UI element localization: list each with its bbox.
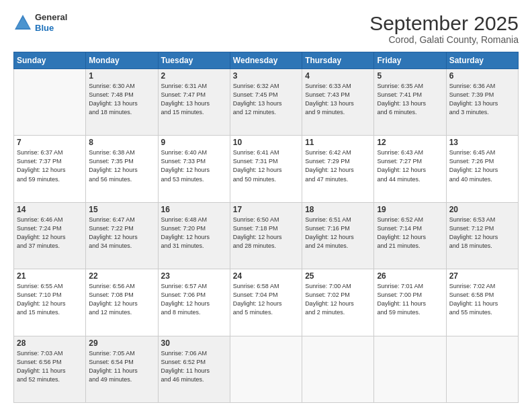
day-number: 6 xyxy=(449,71,515,81)
day-info: Sunrise: 6:52 AMSunset: 7:14 PMDaylight:… xyxy=(377,216,443,250)
logo-blue: Blue xyxy=(35,23,67,34)
day-info: Sunrise: 7:00 AMSunset: 7:02 PMDaylight:… xyxy=(305,282,371,317)
day-info: Sunrise: 6:40 AMSunset: 7:33 PMDaylight:… xyxy=(161,148,227,183)
table-row: 6Sunrise: 6:36 AMSunset: 7:39 PMDaylight… xyxy=(446,69,518,136)
col-monday: Monday xyxy=(86,52,158,69)
table-row: 25Sunrise: 7:00 AMSunset: 7:02 PMDayligh… xyxy=(302,269,374,336)
table-row xyxy=(14,69,86,136)
col-saturday: Saturday xyxy=(446,52,518,69)
day-info: Sunrise: 6:42 AMSunset: 7:29 PMDaylight:… xyxy=(305,148,371,183)
table-row: 28Sunrise: 7:03 AMSunset: 6:56 PMDayligh… xyxy=(14,336,86,402)
day-info: Sunrise: 7:03 AMSunset: 6:56 PMDaylight:… xyxy=(17,349,83,384)
day-number: 18 xyxy=(305,205,371,214)
day-info: Sunrise: 6:36 AMSunset: 7:39 PMDaylight:… xyxy=(449,82,515,117)
location-subtitle: Corod, Galati County, Romania xyxy=(369,34,519,45)
table-row: 24Sunrise: 6:58 AMSunset: 7:04 PMDayligh… xyxy=(230,269,302,336)
day-number: 29 xyxy=(89,338,154,348)
logo-text: General Blue xyxy=(35,12,67,33)
day-info: Sunrise: 6:45 AMSunset: 7:26 PMDaylight:… xyxy=(449,148,515,183)
day-number: 1 xyxy=(89,71,154,81)
calendar-week-row: 7Sunrise: 6:37 AMSunset: 7:37 PMDaylight… xyxy=(14,136,519,202)
table-row: 27Sunrise: 7:02 AMSunset: 6:58 PMDayligh… xyxy=(446,269,518,336)
day-number: 9 xyxy=(161,138,227,147)
calendar-table: Sunday Monday Tuesday Wednesday Thursday… xyxy=(13,52,519,403)
day-number: 13 xyxy=(449,138,515,147)
table-row: 15Sunrise: 6:47 AMSunset: 7:22 PMDayligh… xyxy=(86,202,158,269)
table-row xyxy=(374,336,446,402)
day-number: 24 xyxy=(233,271,299,281)
table-row: 21Sunrise: 6:55 AMSunset: 7:10 PMDayligh… xyxy=(14,269,86,336)
calendar-header-row: Sunday Monday Tuesday Wednesday Thursday… xyxy=(14,52,519,69)
table-row: 26Sunrise: 7:01 AMSunset: 7:00 PMDayligh… xyxy=(374,269,446,336)
day-number: 15 xyxy=(89,205,154,214)
table-row: 5Sunrise: 6:35 AMSunset: 7:41 PMDaylight… xyxy=(374,69,446,136)
day-number: 4 xyxy=(305,71,371,81)
day-number: 23 xyxy=(161,271,227,281)
table-row: 2Sunrise: 6:31 AMSunset: 7:47 PMDaylight… xyxy=(158,69,230,136)
table-row: 17Sunrise: 6:50 AMSunset: 7:18 PMDayligh… xyxy=(230,202,302,269)
col-thursday: Thursday xyxy=(302,52,374,69)
day-info: Sunrise: 6:38 AMSunset: 7:35 PMDaylight:… xyxy=(89,148,154,183)
table-row: 3Sunrise: 6:32 AMSunset: 7:45 PMDaylight… xyxy=(230,69,302,136)
table-row: 22Sunrise: 6:56 AMSunset: 7:08 PMDayligh… xyxy=(86,269,158,336)
table-row: 12Sunrise: 6:43 AMSunset: 7:27 PMDayligh… xyxy=(374,136,446,202)
day-number: 27 xyxy=(449,271,515,281)
col-friday: Friday xyxy=(374,52,446,69)
table-row: 1Sunrise: 6:30 AMSunset: 7:48 PMDaylight… xyxy=(86,69,158,136)
day-info: Sunrise: 7:05 AMSunset: 6:54 PMDaylight:… xyxy=(89,349,154,384)
table-row: 14Sunrise: 6:46 AMSunset: 7:24 PMDayligh… xyxy=(14,202,86,269)
day-info: Sunrise: 6:53 AMSunset: 7:12 PMDaylight:… xyxy=(449,216,515,250)
day-number: 30 xyxy=(161,338,227,348)
table-row: 23Sunrise: 6:57 AMSunset: 7:06 PMDayligh… xyxy=(158,269,230,336)
col-wednesday: Wednesday xyxy=(230,52,302,69)
day-number: 22 xyxy=(89,271,154,281)
day-info: Sunrise: 6:47 AMSunset: 7:22 PMDaylight:… xyxy=(89,216,154,250)
day-info: Sunrise: 6:50 AMSunset: 7:18 PMDaylight:… xyxy=(233,216,299,250)
day-number: 17 xyxy=(233,205,299,214)
day-number: 14 xyxy=(17,205,83,214)
table-row: 4Sunrise: 6:33 AMSunset: 7:43 PMDaylight… xyxy=(302,69,374,136)
day-info: Sunrise: 6:43 AMSunset: 7:27 PMDaylight:… xyxy=(377,148,443,183)
table-row: 16Sunrise: 6:48 AMSunset: 7:20 PMDayligh… xyxy=(158,202,230,269)
day-number: 5 xyxy=(377,71,443,81)
table-row xyxy=(302,336,374,402)
day-info: Sunrise: 6:57 AMSunset: 7:06 PMDaylight:… xyxy=(161,282,227,317)
day-info: Sunrise: 6:46 AMSunset: 7:24 PMDaylight:… xyxy=(17,216,83,250)
col-tuesday: Tuesday xyxy=(158,52,230,69)
table-row: 30Sunrise: 7:06 AMSunset: 6:52 PMDayligh… xyxy=(158,336,230,402)
day-info: Sunrise: 6:33 AMSunset: 7:43 PMDaylight:… xyxy=(305,82,371,117)
day-number: 16 xyxy=(161,205,227,214)
table-row xyxy=(230,336,302,402)
day-info: Sunrise: 6:58 AMSunset: 7:04 PMDaylight:… xyxy=(233,282,299,317)
svg-marker-1 xyxy=(16,17,30,28)
day-info: Sunrise: 6:32 AMSunset: 7:45 PMDaylight:… xyxy=(233,82,299,117)
day-number: 8 xyxy=(89,138,154,147)
table-row: 9Sunrise: 6:40 AMSunset: 7:33 PMDaylight… xyxy=(158,136,230,202)
day-number: 19 xyxy=(377,205,443,214)
day-info: Sunrise: 7:01 AMSunset: 7:00 PMDaylight:… xyxy=(377,282,443,317)
header: General Blue September 2025 Corod, Galat… xyxy=(13,12,519,45)
day-number: 28 xyxy=(17,338,83,348)
calendar-week-row: 1Sunrise: 6:30 AMSunset: 7:48 PMDaylight… xyxy=(14,69,519,136)
table-row: 20Sunrise: 6:53 AMSunset: 7:12 PMDayligh… xyxy=(446,202,518,269)
day-number: 3 xyxy=(233,71,299,81)
col-sunday: Sunday xyxy=(14,52,86,69)
day-number: 2 xyxy=(161,71,227,81)
calendar-week-row: 28Sunrise: 7:03 AMSunset: 6:56 PMDayligh… xyxy=(14,336,519,402)
day-info: Sunrise: 6:51 AMSunset: 7:16 PMDaylight:… xyxy=(305,216,371,250)
table-row: 8Sunrise: 6:38 AMSunset: 7:35 PMDaylight… xyxy=(86,136,158,202)
table-row: 19Sunrise: 6:52 AMSunset: 7:14 PMDayligh… xyxy=(374,202,446,269)
table-row xyxy=(446,336,518,402)
day-number: 21 xyxy=(17,271,83,281)
logo-general: General xyxy=(35,12,67,23)
calendar-week-row: 14Sunrise: 6:46 AMSunset: 7:24 PMDayligh… xyxy=(14,202,519,269)
day-number: 25 xyxy=(305,271,371,281)
day-info: Sunrise: 6:56 AMSunset: 7:08 PMDaylight:… xyxy=(89,282,154,317)
table-row: 29Sunrise: 7:05 AMSunset: 6:54 PMDayligh… xyxy=(86,336,158,402)
table-row: 18Sunrise: 6:51 AMSunset: 7:16 PMDayligh… xyxy=(302,202,374,269)
table-row: 13Sunrise: 6:45 AMSunset: 7:26 PMDayligh… xyxy=(446,136,518,202)
table-row: 11Sunrise: 6:42 AMSunset: 7:29 PMDayligh… xyxy=(302,136,374,202)
logo: General Blue xyxy=(13,12,67,33)
day-info: Sunrise: 6:30 AMSunset: 7:48 PMDaylight:… xyxy=(89,82,154,117)
day-info: Sunrise: 6:41 AMSunset: 7:31 PMDaylight:… xyxy=(233,148,299,183)
